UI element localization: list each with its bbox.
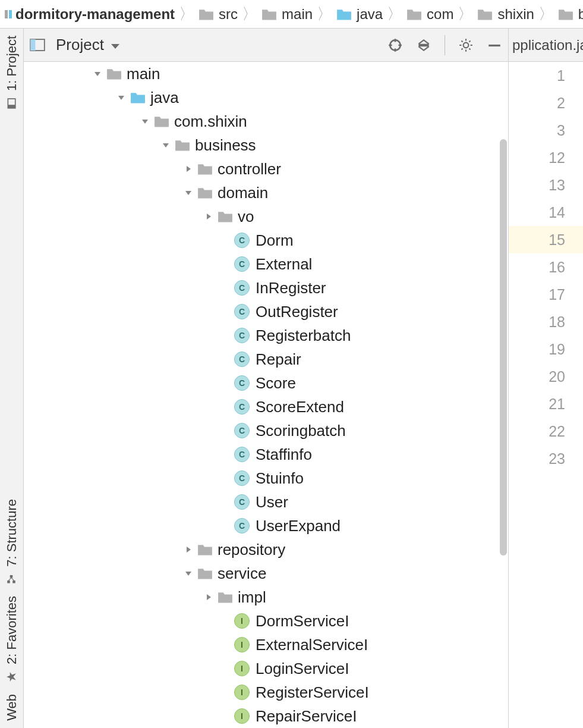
tree-item[interactable]: controller [24, 157, 508, 181]
tree-item-label: InRegister [256, 279, 326, 297]
chevron-down-icon[interactable] [110, 36, 121, 54]
line-number[interactable]: 18 [509, 308, 583, 335]
line-number[interactable]: 21 [509, 390, 583, 418]
expand-arrow-icon[interactable] [203, 211, 214, 222]
minimize-icon[interactable] [487, 37, 502, 53]
line-number[interactable]: 22 [509, 418, 583, 445]
spacer [220, 283, 231, 293]
class-icon: C [234, 328, 250, 343]
structure-icon [7, 571, 17, 582]
sidebar-tab-favorites[interactable]: 2: Favorites [0, 589, 23, 687]
tree-item[interactable]: impl [24, 585, 508, 609]
breadcrumb-item-main[interactable]: main [260, 6, 314, 23]
tree-item[interactable]: CUser [24, 490, 508, 514]
line-number[interactable]: 12 [509, 144, 583, 171]
expand-arrow-icon[interactable] [183, 164, 194, 174]
breadcrumb-item-java[interactable]: java [335, 6, 384, 23]
expand-arrow-icon[interactable] [183, 568, 194, 579]
project-icon [7, 96, 17, 106]
expand-arrow-icon[interactable] [116, 92, 127, 103]
line-number[interactable]: 14 [509, 199, 583, 226]
tree-item[interactable]: CStaffinfo [24, 443, 508, 466]
tree-item-label: business [195, 136, 256, 155]
spacer [220, 425, 231, 436]
class-icon: C [234, 399, 250, 415]
editor-tab[interactable]: pplication.ja [509, 29, 583, 62]
tree-item[interactable]: COutRegister [24, 300, 508, 324]
class-icon: C [234, 375, 250, 391]
line-number[interactable]: 2 [509, 89, 583, 117]
chevron-right-icon: 〉 [179, 4, 194, 24]
tree-item[interactable]: CStuinfo [24, 466, 508, 490]
breadcrumb-item-project[interactable]: dormitory-management [4, 6, 176, 23]
tree-item[interactable]: repository [24, 538, 508, 561]
tree-item-label: domain [218, 184, 268, 202]
line-number[interactable]: 16 [509, 253, 583, 281]
breadcrumb-item-com[interactable]: com [405, 6, 455, 23]
tree-item-label: Scoringbatch [256, 422, 346, 440]
tree-item-label: ScoreExtend [256, 398, 344, 416]
tree-item-label: repository [218, 541, 285, 559]
tree-item[interactable]: IRegisterServiceI [24, 680, 508, 704]
expand-arrow-icon[interactable] [140, 116, 150, 127]
spacer [220, 354, 231, 365]
folder-icon [154, 115, 169, 128]
tree-item[interactable]: IExternalServiceI [24, 633, 508, 657]
line-number[interactable]: 23 [509, 445, 583, 472]
tree-item[interactable]: business [24, 133, 508, 157]
tree-item[interactable]: java [24, 86, 508, 109]
tree-item-label: Repair [256, 350, 301, 369]
breadcrumb-item-cut[interactable]: bu [557, 6, 583, 23]
tree-item[interactable]: CRegisterbatch [24, 324, 508, 347]
gear-icon[interactable] [458, 37, 474, 53]
spacer [220, 616, 231, 626]
line-number[interactable]: 1 [509, 62, 583, 89]
collapse-all-icon[interactable] [416, 37, 431, 53]
expand-arrow-icon[interactable] [203, 592, 214, 603]
spacer [220, 235, 231, 246]
sidebar-tab-project[interactable]: 1: Project [0, 29, 23, 114]
tree-item[interactable]: IDormServiceI [24, 609, 508, 633]
chevron-right-icon: 〉 [317, 4, 332, 24]
svg-marker-16 [187, 166, 191, 172]
chevron-right-icon: 〉 [458, 4, 473, 24]
tree-item[interactable]: CInRegister [24, 276, 508, 300]
tree-item[interactable]: CScoreExtend [24, 395, 508, 419]
scrollbar[interactable] [500, 139, 507, 556]
line-number[interactable]: 3 [509, 117, 583, 144]
breadcrumb-item-shixin[interactable]: shixin [476, 6, 535, 23]
tree-item[interactable]: CScoringbatch [24, 419, 508, 443]
tree-item-label: Stuinfo [256, 469, 304, 488]
expand-arrow-icon[interactable] [183, 544, 194, 555]
expand-arrow-icon[interactable] [160, 140, 171, 150]
line-number[interactable]: 19 [509, 335, 583, 363]
tree-item[interactable]: CRepair [24, 347, 508, 371]
tree-item[interactable]: CUserExpand [24, 514, 508, 538]
class-icon: C [234, 256, 250, 272]
tree-item[interactable]: CScore [24, 371, 508, 395]
tree-item[interactable]: com.shixin [24, 109, 508, 133]
line-number[interactable]: 13 [509, 171, 583, 199]
left-tool-sidebar: 1: Project 7: Structure 2: Favorites Web [0, 29, 24, 728]
tree-item[interactable]: IRepairServiceI [24, 704, 508, 728]
breadcrumb-label: main [282, 6, 313, 23]
tree-item[interactable]: CDorm [24, 228, 508, 252]
project-tree[interactable]: mainjavacom.shixinbusinesscontrollerdoma… [24, 62, 508, 728]
expand-arrow-icon[interactable] [183, 187, 194, 198]
svg-rect-11 [489, 44, 500, 46]
breadcrumb-item-src[interactable]: src [197, 6, 239, 23]
sidebar-tab-structure[interactable]: 7: Structure [0, 492, 23, 589]
tree-item[interactable]: main [24, 62, 508, 86]
tree-item[interactable]: ILoginServiceI [24, 657, 508, 680]
line-number[interactable]: 15 [509, 226, 583, 253]
line-number[interactable]: 20 [509, 363, 583, 390]
tree-item[interactable]: service [24, 561, 508, 585]
tree-item[interactable]: vo [24, 205, 508, 228]
line-number[interactable]: 17 [509, 281, 583, 308]
tree-item[interactable]: domain [24, 181, 508, 205]
sidebar-tab-web[interactable]: Web [0, 687, 23, 728]
expand-arrow-icon[interactable] [92, 68, 103, 79]
tree-item[interactable]: CExternal [24, 252, 508, 276]
tree-item-label: java [150, 89, 179, 107]
target-icon[interactable] [387, 37, 403, 53]
